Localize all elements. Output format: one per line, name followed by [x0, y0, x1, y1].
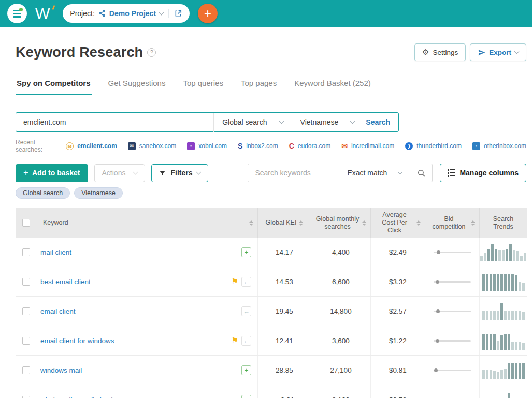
- chevron-down-icon: [196, 169, 202, 174]
- export-button[interactable]: Export: [470, 43, 526, 61]
- filter-tag-vietnamese[interactable]: Vietnamese: [74, 187, 123, 199]
- sort-icon[interactable]: [362, 220, 366, 226]
- columns-list-icon: [448, 169, 455, 177]
- row-checkbox[interactable]: [22, 307, 30, 315]
- keyword-link[interactable]: email client: [40, 307, 76, 315]
- cpc-cell: $0.78: [370, 385, 425, 398]
- search-trends-chart: [482, 331, 525, 350]
- recent-search-thunderbird-com[interactable]: ❯thunderbird.com: [405, 142, 462, 150]
- hamburger-menu-button[interactable]: [7, 4, 27, 23]
- add-keyword-icon[interactable]: +: [241, 365, 251, 375]
- trend-bar: [490, 274, 492, 291]
- keyword-icons: +: [241, 365, 251, 375]
- tab-keyword-basket-252[interactable]: Keyword Basket (252): [293, 73, 372, 95]
- row-checkbox[interactable]: [22, 366, 30, 374]
- trend-bar: [493, 311, 496, 320]
- keyword-icons: ←: [241, 306, 251, 316]
- sort-icon[interactable]: [249, 220, 253, 226]
- recent-search-otherinbox-com[interactable]: ▫otherinbox.com: [472, 142, 526, 150]
- column-header-global-monthly-searches[interactable]: Global monthly searches: [311, 208, 370, 238]
- keyword-filter-input[interactable]: [248, 169, 339, 177]
- trend-bar: [515, 311, 517, 320]
- cpc-cell: $3.32: [370, 267, 425, 296]
- row-checkbox[interactable]: [22, 248, 30, 256]
- recent-search-incredimail-com[interactable]: ✉incredimail.com: [341, 142, 394, 150]
- keyword-link[interactable]: best email client: [40, 278, 91, 286]
- tab-get-suggestions[interactable]: Get Suggestions: [107, 73, 167, 95]
- bid-competition-cell: [425, 326, 479, 355]
- keyword-link[interactable]: windows mail: [40, 366, 82, 374]
- match-type-dropdown[interactable]: Exact match: [339, 169, 410, 177]
- favicon-incredimail-com: ✉: [341, 142, 348, 150]
- filter-tag-global-search[interactable]: Global search: [16, 187, 70, 199]
- external-link-icon[interactable]: [174, 9, 182, 18]
- tab-top-queries[interactable]: Top queries: [182, 73, 224, 95]
- project-label: Project:: [70, 9, 94, 18]
- recent-search-eudora-com[interactable]: Ceudora.com: [289, 142, 331, 150]
- help-icon[interactable]: ?: [147, 48, 156, 57]
- table-row-mail-client: mail client+14.174,400$2.49: [16, 238, 527, 267]
- search-submit-button[interactable]: Search: [363, 118, 398, 126]
- sort-icon[interactable]: [471, 220, 475, 226]
- trend-bar: [484, 253, 486, 261]
- bid-competition-dot: [436, 280, 439, 284]
- row-checkbox[interactable]: [22, 396, 30, 398]
- keyword-cell: mail client+: [16, 238, 257, 267]
- sort-icon[interactable]: [299, 220, 303, 226]
- recent-search-inbox2-com[interactable]: Sinbox2.com: [238, 142, 278, 150]
- select-all-checkbox[interactable]: [22, 219, 30, 227]
- monthly-searches-cell: 27,100: [311, 356, 370, 385]
- keyword-filter-search-button[interactable]: [410, 164, 432, 182]
- manage-columns-button[interactable]: Manage columns: [440, 164, 526, 182]
- actions-dropdown[interactable]: Actions: [94, 164, 146, 182]
- recent-search-sanebox-com[interactable]: ✉sanebox.com: [128, 142, 176, 150]
- logo-letter: W: [35, 5, 50, 22]
- keyword-link[interactable]: mail client: [40, 248, 71, 256]
- sort-icon[interactable]: [416, 220, 421, 226]
- back-arrow-icon[interactable]: ←: [241, 306, 251, 316]
- trend-bar: [497, 311, 499, 320]
- domain-search-input[interactable]: [16, 118, 213, 126]
- notification-dot: [19, 8, 23, 11]
- bid-competition-cell: [425, 385, 479, 398]
- tab-top-pages[interactable]: Top pages: [240, 73, 278, 95]
- column-header-bid-competition[interactable]: Bid competition: [425, 208, 479, 238]
- trend-bar: [491, 244, 494, 261]
- column-header-keyword[interactable]: Keyword: [16, 208, 257, 238]
- project-selector[interactable]: Project: Demo Project: [63, 4, 190, 23]
- row-checkbox[interactable]: [22, 278, 30, 286]
- trend-bar: [495, 249, 497, 261]
- search-trends-cell: [479, 238, 527, 267]
- monthly-searches-cell: 3,600: [311, 326, 370, 355]
- column-header-average-cost-per-click[interactable]: Average Cost Per Click: [370, 208, 425, 238]
- bid-competition-dot: [436, 309, 440, 313]
- add-to-basket-button[interactable]: + Add to basket: [16, 164, 88, 182]
- keyword-link[interactable]: email client for windows: [40, 337, 114, 345]
- settings-button[interactable]: ⚙ Settings: [414, 43, 466, 61]
- trend-bar: [482, 370, 485, 379]
- back-arrow-icon[interactable]: ←: [241, 277, 251, 287]
- search-scope-dropdown[interactable]: Global search: [214, 118, 291, 126]
- trend-bar: [486, 274, 488, 291]
- tab-spy-on-competitors[interactable]: Spy on Competitors: [16, 73, 92, 95]
- cpc-cell: $2.57: [370, 297, 425, 326]
- keyword-link[interactable]: windows live mail sign in: [40, 396, 117, 398]
- recent-search-label: otherinbox.com: [484, 142, 526, 150]
- language-dropdown[interactable]: Vietnamese: [292, 118, 363, 126]
- kei-cell: < 0.01: [257, 385, 311, 398]
- gear-icon: ⚙: [422, 48, 429, 57]
- bid-competition-slider: [434, 340, 471, 342]
- trend-bar: [506, 249, 508, 261]
- row-checkbox[interactable]: [22, 337, 30, 345]
- add-project-button[interactable]: +: [198, 4, 218, 23]
- recent-search-xobni-com[interactable]: ▫xobni.com: [187, 142, 227, 150]
- filters-dropdown[interactable]: Filters: [151, 164, 208, 182]
- column-header-global-kei[interactable]: Global KEI: [257, 208, 311, 238]
- table-row-windows-mail: windows mail+28.8527,100$0.81: [16, 356, 527, 385]
- recent-search-emclient-com[interactable]: ✉emclient.com: [66, 142, 117, 150]
- add-keyword-icon[interactable]: +: [241, 247, 251, 257]
- add-keyword-icon[interactable]: +: [241, 395, 251, 398]
- back-arrow-icon[interactable]: ←: [241, 336, 251, 346]
- toolbar: + Add to basket Actions Filters Exact ma: [16, 164, 526, 182]
- trend-bar: [511, 274, 514, 291]
